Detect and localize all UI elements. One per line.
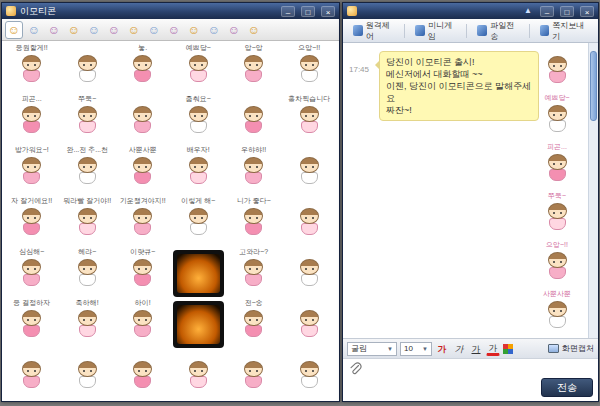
emoticon-tab[interactable]: ☺ — [205, 21, 223, 39]
sent-sticker[interactable]: 쭈욱~ — [528, 192, 586, 241]
sticker[interactable]: 응 결정하자 — [4, 299, 60, 350]
sticker-caption — [115, 350, 171, 359]
sticker[interactable]: 고와라~? — [226, 248, 282, 299]
sticker[interactable] — [173, 301, 225, 348]
sticker[interactable] — [173, 250, 225, 297]
sticker[interactable] — [282, 350, 338, 401]
sticker[interactable] — [282, 299, 338, 350]
emoticon-titlebar[interactable]: 이모티콘 – □ × — [2, 3, 339, 19]
sticker[interactable] — [282, 248, 338, 299]
capture-icon — [548, 344, 559, 353]
sticker-art — [241, 157, 267, 191]
emoticon-tab[interactable]: ☺ — [225, 21, 243, 39]
sticker[interactable] — [282, 146, 338, 197]
sticker-art — [241, 361, 267, 395]
sent-sticker[interactable]: 으앙~!! — [528, 241, 586, 290]
minimize-button[interactable]: – — [281, 6, 295, 17]
sticker[interactable]: 놓. — [115, 44, 171, 95]
sticker[interactable] — [4, 350, 60, 401]
sticker[interactable]: 춤춰요~ — [171, 95, 227, 146]
toolbar-button-2[interactable]: 미니게임 — [409, 17, 462, 45]
maximize-button[interactable]: □ — [560, 6, 574, 17]
attachment-icon[interactable] — [348, 362, 362, 376]
toolbar-button-3[interactable]: 파일전송 — [471, 17, 524, 45]
sticker[interactable]: 헤랴~ — [60, 248, 116, 299]
sticker[interactable]: 응원할게!! — [4, 44, 60, 95]
sticker[interactable] — [115, 350, 171, 401]
sticker[interactable] — [115, 95, 171, 146]
font-size-select[interactable]: 10 ▼ — [400, 342, 432, 356]
sticker[interactable] — [226, 350, 282, 401]
emoticon-tab[interactable]: ☺ — [85, 21, 103, 39]
sticker[interactable] — [282, 197, 338, 248]
sticker[interactable]: 배우자! — [171, 146, 227, 197]
sticker-caption — [226, 350, 282, 359]
sticker[interactable]: 니가 좋다~ — [226, 197, 282, 248]
emoticon-tab[interactable]: ☺ — [245, 21, 263, 39]
format-bar: 굴림 ▼ 10 ▼ 가 가 가 가 화면캡처 — [343, 338, 598, 358]
sticker[interactable]: 쭈욱~ — [60, 95, 116, 146]
sticker-caption — [282, 146, 338, 155]
sticker[interactable]: 하이! — [115, 299, 171, 350]
send-button[interactable]: 전송 — [541, 378, 593, 397]
sticker[interactable]: 기운챙겨야지!! — [115, 197, 171, 248]
sticker-art — [19, 157, 45, 191]
color-palette-icon[interactable] — [503, 344, 513, 354]
sticker-caption: 우햐햐!! — [226, 146, 282, 155]
sent-sticker[interactable] — [528, 45, 586, 94]
sticker[interactable]: 앙~앙 — [226, 44, 282, 95]
sticker[interactable] — [226, 95, 282, 146]
chat-scrollbar[interactable] — [588, 43, 598, 338]
screen-capture-button[interactable]: 화면캡처 — [548, 343, 594, 354]
sticker[interactable]: 예쁘당~ — [171, 44, 227, 95]
sent-sticker[interactable]: 피곤... — [528, 143, 586, 192]
sticker[interactable]: 자 잘거에요!! — [4, 197, 60, 248]
sticker[interactable]: 뭐라빨 잘거야!! — [60, 197, 116, 248]
toolbar-button-4[interactable]: 쪽지보내기 — [534, 17, 594, 45]
emoticon-tab[interactable]: ☺ — [105, 21, 123, 39]
emoticon-tab[interactable]: ☺ — [5, 21, 23, 39]
sticker-caption: 으앙~!! — [282, 44, 338, 53]
underline-button[interactable]: 가 — [469, 342, 483, 356]
sticker[interactable]: 으앙~!! — [282, 44, 338, 95]
bold-button[interactable]: 가 — [435, 342, 449, 356]
sticker[interactable] — [60, 350, 116, 401]
close-button[interactable]: × — [321, 6, 335, 17]
close-button[interactable]: × — [580, 6, 594, 17]
sticker[interactable]: 홍차찍습니다 — [282, 95, 338, 146]
sticker-art — [130, 55, 156, 89]
sticker[interactable] — [60, 44, 116, 95]
sticker[interactable]: 우햐햐!! — [226, 146, 282, 197]
sticker[interactable]: 피곤... — [4, 95, 60, 146]
font-color-button[interactable]: 가 — [486, 342, 500, 356]
sticker[interactable]: 방가워요~! — [4, 146, 60, 197]
sticker[interactable]: 완...전 추...천 — [60, 146, 116, 197]
maximize-button[interactable]: □ — [301, 6, 315, 17]
emoticon-tab[interactable]: ☺ — [185, 21, 203, 39]
emoticon-tab[interactable]: ☺ — [25, 21, 43, 39]
sticker[interactable]: 사뿐사뿐 — [115, 146, 171, 197]
scrollbar-thumb[interactable] — [590, 51, 597, 121]
minimize-button[interactable]: – — [540, 6, 554, 17]
sticker[interactable] — [171, 350, 227, 401]
sticker[interactable]: 전~송 — [226, 299, 282, 350]
sticker[interactable]: 심심해~ — [4, 248, 60, 299]
sticker-art — [185, 361, 211, 395]
sticker-caption: 춤춰요~ — [171, 95, 227, 104]
emoticon-tab[interactable]: ☺ — [165, 21, 183, 39]
sent-sticker[interactable]: 사뿐사뿐 — [528, 290, 586, 338]
toolbar-button-1[interactable]: 원격제어 — [347, 17, 400, 45]
sticker[interactable]: 이렇게 해~ — [171, 197, 227, 248]
font-select[interactable]: 굴림 ▼ — [347, 342, 397, 356]
emoticon-tab[interactable]: ☺ — [125, 21, 143, 39]
sticker-caption: 배우자! — [171, 146, 227, 155]
emoticon-tab[interactable]: ☺ — [145, 21, 163, 39]
emoticon-tab[interactable]: ☺ — [45, 21, 63, 39]
sticker[interactable]: 축하해! — [60, 299, 116, 350]
italic-button[interactable]: 가 — [452, 342, 466, 356]
emoticon-window: 이모티콘 – □ × ☺☺☺☺☺☺☺☺☺☺☺☺☺ 응원할게!!놓.예쁘당~앙~앙… — [1, 2, 340, 402]
sticker[interactable]: 이럇큐~ — [115, 248, 171, 299]
emoticon-tab[interactable]: ☺ — [65, 21, 83, 39]
sticker-caption: 이럇큐~ — [115, 248, 171, 257]
sent-sticker[interactable]: 예쁘당~ — [528, 94, 586, 143]
